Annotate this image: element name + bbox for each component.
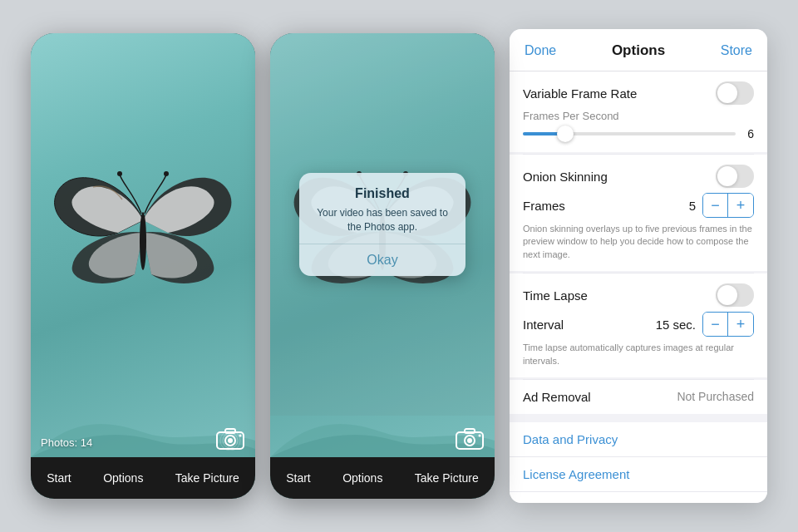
time-lapse-section: Time Lapse Interval 15 sec. − + Time lap…: [510, 273, 767, 377]
variable-frame-rate-section: Variable Frame Rate Frames Per Second 6: [510, 71, 767, 152]
time-lapse-label: Time Lapse: [523, 288, 588, 303]
license-agreement-link[interactable]: License Agreement: [510, 457, 767, 492]
camera-icon-2: [455, 427, 485, 451]
svg-point-5: [228, 438, 233, 443]
variable-frame-rate-label: Variable Frame Rate: [523, 86, 637, 101]
interval-stepper: − +: [702, 312, 754, 337]
photos-badge: Photos: 14: [41, 436, 92, 449]
options-button-2[interactable]: Options: [342, 471, 382, 485]
interval-minus[interactable]: −: [703, 313, 728, 336]
phone-2: Finished Your video has been saved to th…: [270, 33, 495, 499]
phone-2-toolbar: Start Options Take Picture: [270, 457, 495, 499]
options-title: Options: [612, 42, 665, 59]
done-button[interactable]: Done: [525, 43, 556, 58]
fps-label: Frames Per Second: [523, 110, 754, 122]
time-lapse-note: Time lapse automatically captures images…: [523, 342, 754, 367]
take-picture-button[interactable]: Take Picture: [175, 471, 239, 485]
finished-dialog: Finished Your video has been saved to th…: [299, 173, 466, 277]
onion-skinning-section: Onion Skinning Frames 5 − + Onion skinni…: [510, 155, 767, 271]
onion-skinning-note: Onion skinning overlays up to five previ…: [523, 223, 754, 261]
dialog-okay-button[interactable]: Okay: [309, 244, 456, 276]
ad-removal-status: Not Purchased: [677, 390, 754, 403]
dialog-message: Your video has been saved to the Photos …: [309, 206, 456, 234]
camera-icon: [215, 427, 245, 451]
start-button[interactable]: Start: [47, 471, 71, 485]
onion-frames-row: Frames 5 − +: [523, 193, 754, 218]
links-section: Data and Privacy License Agreement Conta…: [510, 422, 767, 503]
time-lapse-toggle[interactable]: [716, 283, 754, 307]
contact-developer-link[interactable]: Contact Developer: [510, 492, 767, 503]
variable-frame-rate-toggle[interactable]: [716, 81, 754, 105]
options-body: Variable Frame Rate Frames Per Second 6 …: [510, 71, 767, 503]
start-button-2[interactable]: Start: [286, 471, 311, 485]
onion-skinning-label: Onion Skinning: [523, 170, 608, 184]
fps-slider-thumb[interactable]: [557, 126, 574, 142]
onion-frames-stepper: − +: [702, 193, 754, 218]
svg-point-0: [140, 212, 146, 270]
phone-1: Photos: 14 Start Options Take Picture: [31, 33, 255, 499]
onion-frames-minus[interactable]: −: [703, 194, 728, 217]
ad-removal-label: Ad Removal: [523, 390, 591, 404]
interval-row: Interval 15 sec. − +: [523, 312, 754, 337]
interval-value: 15 sec.: [656, 318, 696, 332]
interval-label: Interval: [523, 318, 564, 332]
svg-rect-16: [465, 429, 475, 433]
svg-point-15: [467, 438, 472, 443]
ad-removal-row: Ad Removal Not Purchased: [510, 380, 767, 414]
svg-point-17: [479, 435, 481, 437]
svg-point-1: [117, 171, 122, 176]
onion-skinning-toggle[interactable]: [716, 165, 754, 188]
store-button[interactable]: Store: [721, 43, 752, 58]
options-button[interactable]: Options: [103, 471, 143, 485]
options-panel: Done Options Store Variable Frame Rate F…: [510, 29, 767, 503]
interval-plus[interactable]: +: [728, 313, 753, 336]
options-header: Done Options Store: [510, 29, 767, 71]
dialog-title: Finished: [309, 186, 456, 201]
fps-slider-track[interactable]: [523, 132, 736, 135]
onion-frames-plus[interactable]: +: [728, 194, 753, 217]
data-privacy-link[interactable]: Data and Privacy: [510, 422, 767, 457]
fps-slider-row: 6: [523, 127, 754, 140]
dialog-overlay: Finished Your video has been saved to th…: [270, 33, 495, 416]
onion-frames-value: 5: [679, 199, 696, 213]
svg-point-2: [164, 171, 169, 176]
onion-frames-label: Frames: [523, 199, 565, 213]
take-picture-button-2[interactable]: Take Picture: [415, 471, 479, 485]
phone-1-toolbar: Start Options Take Picture: [31, 457, 255, 499]
fps-value: 6: [742, 127, 754, 140]
